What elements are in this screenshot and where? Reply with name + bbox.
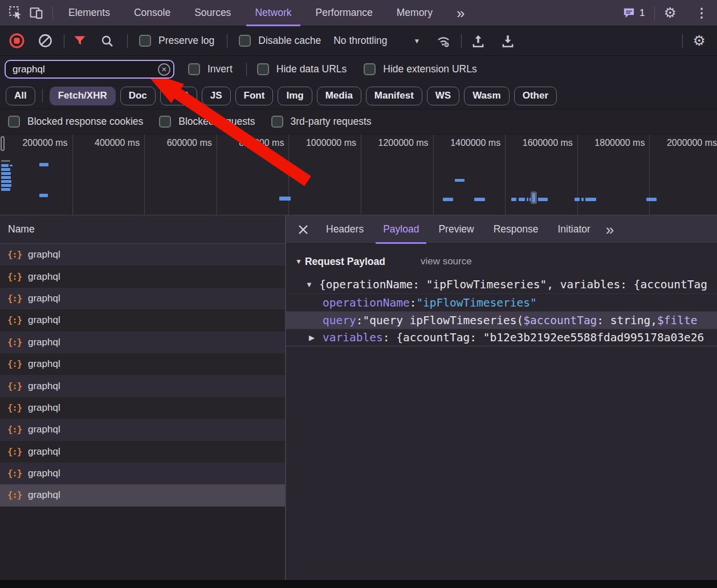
filter-input[interactable] bbox=[5, 60, 174, 79]
search-icon[interactable] bbox=[99, 32, 116, 50]
network-settings-gear-icon[interactable]: ⚙ bbox=[693, 34, 706, 48]
payload-tree: ▼{operationName: "ipFlowTimeseries", var… bbox=[286, 276, 717, 346]
preserve-log-checkbox[interactable] bbox=[139, 35, 151, 47]
details-tab-bar: HeadersPayloadPreviewResponseInitiator » bbox=[286, 215, 717, 244]
request-row[interactable]: {:}graphql bbox=[0, 419, 285, 440]
request-name: graphql bbox=[28, 402, 60, 414]
network-conditions-icon[interactable] bbox=[435, 32, 452, 50]
export-har-icon[interactable] bbox=[499, 32, 516, 50]
request-row[interactable]: {:}graphql bbox=[0, 353, 285, 375]
tab-performance[interactable]: Performance bbox=[304, 0, 385, 26]
name-column-header[interactable]: Name bbox=[0, 215, 285, 244]
timeline-gridline bbox=[72, 134, 73, 215]
chip-doc[interactable]: Doc bbox=[120, 87, 156, 105]
payload-text-segment: : string, bbox=[597, 314, 657, 327]
timeline-gridline bbox=[144, 134, 145, 215]
timeline-activity-bar bbox=[646, 198, 657, 201]
more-panels-icon[interactable]: » bbox=[445, 0, 476, 26]
request-row[interactable]: {:}graphql bbox=[0, 332, 285, 353]
hide-data-urls-label: Hide data URLs bbox=[276, 63, 347, 75]
section-collapse-icon[interactable]: ▼ bbox=[295, 258, 302, 266]
timeline-activity-bar bbox=[519, 198, 525, 201]
blocked-requests-checkbox[interactable] bbox=[159, 116, 171, 128]
payload-tree-row[interactable]: operationName: "ipFlowTimeseries" bbox=[286, 293, 717, 311]
timeline-activity-bar bbox=[1, 172, 11, 175]
tab-console[interactable]: Console bbox=[122, 0, 182, 26]
disable-cache-label: Disable cache bbox=[258, 35, 321, 47]
console-messages-badge[interactable]: 1 bbox=[622, 6, 645, 19]
import-har-icon[interactable] bbox=[470, 32, 487, 50]
divider bbox=[461, 34, 462, 48]
timeline-left-handle[interactable] bbox=[1, 136, 5, 151]
inspect-element-icon[interactable] bbox=[8, 6, 23, 21]
timeline-gridline bbox=[217, 134, 217, 215]
chip-wasm[interactable]: Wasm bbox=[464, 87, 509, 105]
clear-filter-icon[interactable]: ✕ bbox=[158, 63, 170, 76]
payload-tree-row[interactable]: query: "query ipFlowTimeseries($accountT… bbox=[286, 311, 717, 329]
chip-js[interactable]: JS bbox=[202, 87, 231, 105]
chip-all[interactable]: All bbox=[6, 87, 35, 105]
details-tab-response[interactable]: Response bbox=[484, 215, 548, 244]
request-row[interactable]: {:}graphql bbox=[0, 266, 285, 287]
chip-img[interactable]: Img bbox=[278, 87, 312, 105]
request-row[interactable]: {:}graphql bbox=[0, 309, 285, 331]
chip-fetch-xhr[interactable]: Fetch/XHR bbox=[50, 87, 116, 105]
clear-network-log-button[interactable] bbox=[36, 32, 54, 50]
settings-gear-icon[interactable]: ⚙ bbox=[664, 6, 677, 20]
request-row[interactable]: {:}graphql bbox=[0, 375, 285, 397]
hide-data-urls-checkbox[interactable] bbox=[257, 63, 269, 75]
details-tab-preview[interactable]: Preview bbox=[429, 215, 483, 244]
filter-toggle-button[interactable] bbox=[71, 32, 88, 50]
request-name: graphql bbox=[28, 468, 60, 479]
payload-tree-row[interactable]: ▶variables: {accountTag: "b12e3b2192ee55… bbox=[286, 329, 717, 346]
request-row[interactable]: {:}graphql bbox=[0, 463, 285, 484]
chip-css[interactable]: CSS bbox=[160, 87, 197, 105]
request-row[interactable]: {:}graphql bbox=[0, 397, 285, 419]
details-tab-initiator[interactable]: Initiator bbox=[548, 215, 600, 244]
request-row[interactable]: {:}graphql bbox=[0, 288, 285, 309]
more-options-kebab-icon[interactable]: ⋮ bbox=[695, 6, 708, 21]
tab-memory[interactable]: Memory bbox=[385, 0, 445, 26]
timeline-activity-bar bbox=[511, 198, 516, 201]
json-request-icon: {:} bbox=[7, 447, 22, 457]
details-tab-headers[interactable]: Headers bbox=[316, 215, 373, 244]
divider bbox=[52, 6, 53, 20]
chip-other[interactable]: Other bbox=[514, 87, 557, 105]
payload-tree-row[interactable]: ▼{operationName: "ipFlowTimeseries", var… bbox=[286, 276, 717, 293]
json-request-icon: {:} bbox=[7, 403, 22, 413]
close-details-icon[interactable] bbox=[295, 221, 312, 238]
collapsed-arrow-icon[interactable]: ▶ bbox=[309, 333, 323, 342]
third-party-requests-label: 3rd-party requests bbox=[291, 116, 372, 128]
chip-font[interactable]: Font bbox=[235, 87, 274, 105]
tab-network[interactable]: Network bbox=[243, 0, 303, 26]
request-row[interactable]: {:}graphql bbox=[0, 244, 285, 266]
blocked-response-cookies-checkbox[interactable] bbox=[8, 116, 20, 128]
hide-extension-urls-checkbox[interactable] bbox=[364, 63, 376, 75]
throttling-select[interactable]: No throttling ▼ bbox=[333, 35, 420, 47]
timeline-tick-label: 1400000 ms bbox=[450, 138, 500, 148]
timeline-tick-label: 1200000 ms bbox=[378, 138, 429, 148]
timeline-activity-bar bbox=[538, 198, 548, 201]
tab-elements[interactable]: Elements bbox=[56, 0, 122, 26]
third-party-requests-checkbox[interactable] bbox=[271, 116, 283, 128]
throttling-value: No throttling bbox=[333, 35, 387, 47]
request-row[interactable]: {:}graphql bbox=[0, 484, 285, 506]
timeline-tick-label: 600000 ms bbox=[167, 138, 212, 148]
device-toolbar-icon[interactable] bbox=[28, 6, 43, 21]
timeline-gridline bbox=[288, 134, 289, 215]
expanded-arrow-icon[interactable]: ▼ bbox=[305, 280, 319, 289]
details-tab-payload[interactable]: Payload bbox=[373, 215, 429, 244]
request-row[interactable]: {:}graphql bbox=[0, 441, 285, 463]
network-overview-timeline[interactable]: 200000 ms400000 ms600000 ms800000 ms1000… bbox=[0, 134, 717, 215]
json-request-icon: {:} bbox=[7, 424, 22, 435]
record-network-log-button[interactable] bbox=[8, 32, 25, 50]
chip-ws[interactable]: WS bbox=[427, 87, 459, 105]
blocked-requests-label: Blocked requests bbox=[178, 116, 255, 128]
json-request-icon: {:} bbox=[7, 359, 22, 369]
tab-sources[interactable]: Sources bbox=[182, 0, 243, 26]
disable-cache-checkbox[interactable] bbox=[239, 35, 251, 47]
view-source-link[interactable]: view source bbox=[421, 256, 472, 267]
chip-manifest[interactable]: Manifest bbox=[366, 87, 422, 105]
invert-checkbox[interactable] bbox=[188, 63, 200, 75]
chip-media[interactable]: Media bbox=[317, 87, 361, 105]
